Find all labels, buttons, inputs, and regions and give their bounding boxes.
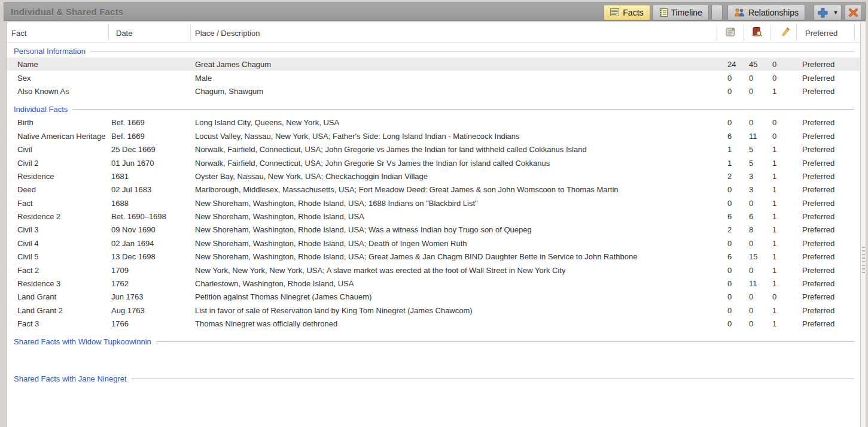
section-title: Shared Facts with Widow Tupkoowinnin xyxy=(14,337,151,346)
fact-cell-preferred: Preferred xyxy=(802,212,835,221)
fact-row[interactable]: Land GrantJun 1763Petition against Thoma… xyxy=(7,290,860,303)
fact-cell-date: 02 Jan 1694 xyxy=(111,238,154,247)
fact-cell-sources: 2 xyxy=(727,171,732,180)
panel-splitter[interactable] xyxy=(860,22,866,427)
fact-row[interactable]: Deed02 Jul 1683Marlborough, Middlesex, M… xyxy=(7,183,860,196)
fact-cell-sources: 0 xyxy=(727,198,732,207)
splitter-grip-icon xyxy=(862,247,865,274)
fact-cell-sources: 6 xyxy=(727,131,732,140)
fact-cell-sources: 0 xyxy=(727,73,732,82)
fact-cell-place: New Shoreham, Washington, Rhode Island, … xyxy=(195,238,467,247)
fact-cell-place: Male xyxy=(195,73,212,82)
fact-cell-notes: 1 xyxy=(772,185,776,194)
fact-cell-place: Norwalk, Fairfield, Connecticut, USA; Jo… xyxy=(195,145,587,154)
column-divider xyxy=(717,25,717,41)
fact-row[interactable]: Residence 31762Charlestown, Washington, … xyxy=(7,277,860,290)
fact-row[interactable]: Land Grant 2Aug 1763List in favor of sal… xyxy=(7,304,860,317)
fact-row[interactable]: Civil 402 Jan 1694New Shoreham, Washingt… xyxy=(7,237,860,250)
fact-cell-sources: 2 xyxy=(727,225,732,234)
fact-cell-sources: 6 xyxy=(727,252,732,261)
fact-cell-notes: 0 xyxy=(772,60,776,69)
fact-cell-preferred: Preferred xyxy=(802,158,835,167)
fact-row[interactable]: Civil25 Dec 1669Norwalk, Fairfield, Conn… xyxy=(7,143,860,156)
fact-cell-media: 0 xyxy=(749,292,753,301)
fact-cell-fact: Fact 2 xyxy=(17,265,39,274)
column-header-fact: Fact xyxy=(11,29,26,38)
column-divider xyxy=(108,25,109,41)
fact-cell-place: Long Island City, Queens, New York, USA xyxy=(195,118,339,127)
tab-spacer-button[interactable] xyxy=(711,5,723,20)
fact-cell-notes: 0 xyxy=(772,118,776,127)
fact-cell-fact: Fact 3 xyxy=(17,319,39,328)
section-rule xyxy=(90,51,854,52)
notes-icon xyxy=(781,27,790,37)
section-header[interactable]: Individual Facts xyxy=(7,102,860,116)
fact-row[interactable]: Civil 309 Nov 1690New Shoreham, Washingt… xyxy=(7,223,860,236)
fact-cell-media: 11 xyxy=(749,131,757,140)
fact-cell-date: 1681 xyxy=(111,171,129,180)
section-rule xyxy=(156,341,854,342)
fact-cell-notes: 0 xyxy=(772,292,776,301)
section-header[interactable]: Shared Facts with Jane Ninegret xyxy=(7,372,860,385)
fact-cell-sources: 0 xyxy=(727,305,732,314)
fact-row[interactable]: SexMale000Preferred xyxy=(7,71,860,84)
fact-row[interactable]: Native American HeritageBef. 1669Locust … xyxy=(7,129,860,143)
fact-row[interactable]: Residence1681Oyster Bay, Nassau, New Yor… xyxy=(7,169,860,183)
fact-cell-notes: 1 xyxy=(772,212,776,221)
fact-cell-fact: Residence 3 xyxy=(17,279,60,288)
close-x-icon xyxy=(848,8,858,17)
tab-relationships[interactable]: Relationships xyxy=(727,5,805,20)
facts-section: Shared Facts with Widow Tupkoowinnin xyxy=(7,335,860,367)
fact-cell-date: 1762 xyxy=(111,279,129,288)
tab-timeline[interactable]: Timeline xyxy=(653,5,709,20)
chevron-down-icon: ▼ xyxy=(833,10,839,16)
fact-row[interactable]: Civil 201 Jun 1670Norwalk, Fairfield, Co… xyxy=(7,156,860,169)
fact-cell-preferred: Preferred xyxy=(802,292,835,301)
fact-cell-date: 02 Jul 1683 xyxy=(111,185,151,194)
panel-title: Individual & Shared Facts xyxy=(11,7,123,17)
fact-cell-sources: 1 xyxy=(727,145,732,154)
fact-cell-preferred: Preferred xyxy=(802,60,835,69)
fact-cell-notes: 1 xyxy=(772,319,776,328)
fact-cell-sources: 1 xyxy=(727,158,732,167)
fact-cell-notes: 1 xyxy=(772,225,776,234)
fact-cell-place: New Shoreham, Washington, Rhode Island, … xyxy=(195,198,478,207)
fact-cell-sources: 24 xyxy=(727,60,736,69)
fact-cell-media: 15 xyxy=(749,252,757,261)
fact-cell-media: 11 xyxy=(749,279,757,288)
column-divider xyxy=(796,25,797,41)
relationships-people-icon xyxy=(734,8,745,17)
panel-titlebar: Individual & Shared Facts Facts xyxy=(4,2,866,21)
fact-cell-media: 0 xyxy=(749,319,753,328)
fact-cell-media: 0 xyxy=(749,265,753,274)
section-rule xyxy=(132,378,854,379)
fact-cell-media: 45 xyxy=(749,60,757,69)
fact-row[interactable]: Civil 513 Dec 1698New Shoreham, Washingt… xyxy=(7,250,860,263)
fact-row[interactable]: NameGreat James Chagum24450Preferred xyxy=(7,57,860,71)
fact-cell-fact: Deed xyxy=(17,185,36,194)
fact-cell-preferred: Preferred xyxy=(802,185,835,194)
fact-cell-preferred: Preferred xyxy=(802,131,835,140)
fact-row[interactable]: Also Known AsChagum, Shawgum001Preferred xyxy=(7,84,860,98)
fact-cell-fact: Residence 2 xyxy=(17,212,60,221)
fact-cell-notes: 1 xyxy=(772,86,776,95)
tab-timeline-label: Timeline xyxy=(671,8,702,17)
fact-row[interactable]: Fact 31766Thomas Ninegret was officially… xyxy=(7,317,860,330)
fact-cell-fact: Also Known As xyxy=(17,86,69,95)
fact-row[interactable]: Fact 21709New York, New York, New York, … xyxy=(7,263,860,276)
fact-cell-notes: 0 xyxy=(772,131,776,140)
section-header[interactable]: Shared Facts with Widow Tupkoowinnin xyxy=(7,335,860,348)
add-fact-button[interactable]: ▼ xyxy=(814,5,842,20)
fact-cell-fact: Civil 5 xyxy=(17,252,38,261)
fact-cell-fact: Native American Heritage xyxy=(17,131,105,140)
fact-row[interactable]: BirthBef. 1669Long Island City, Queens, … xyxy=(7,116,860,129)
fact-row[interactable]: Residence 2Bet. 1690–1698New Shoreham, W… xyxy=(7,210,860,223)
tab-bar: Facts Timeline xyxy=(604,4,862,20)
section-header[interactable]: Personal Information xyxy=(7,44,860,57)
fact-cell-preferred: Preferred xyxy=(802,319,835,328)
fact-row[interactable]: Fact1688New Shoreham, Washington, Rhode … xyxy=(7,196,860,210)
fact-cell-fact: Civil xyxy=(17,145,32,154)
tab-facts[interactable]: Facts xyxy=(604,5,650,20)
fact-cell-preferred: Preferred xyxy=(802,73,835,82)
delete-fact-button[interactable] xyxy=(845,5,862,20)
